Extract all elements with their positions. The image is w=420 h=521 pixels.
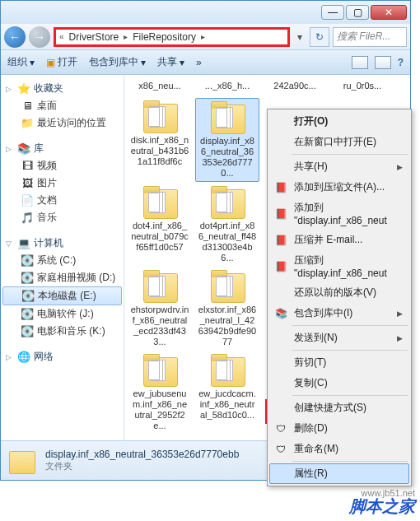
- recent-icon: 📁: [21, 117, 34, 130]
- menu-label: 创建快捷方式(S): [294, 401, 366, 415]
- context-menu-item[interactable]: 📕压缩到 "display.inf_x86_neut: [269, 250, 409, 282]
- folder-label: elxstor.inf_x86_neutral_l_4263942b9dfe90…: [198, 305, 257, 347]
- folder-icon: [7, 446, 37, 476]
- close-button[interactable]: ✕: [371, 5, 407, 20]
- menu-icon: 📕: [274, 181, 287, 194]
- submenu-arrow-icon: ▶: [397, 334, 403, 342]
- sidebar-item-drive-e[interactable]: 💽本地磁盘 (E:): [2, 286, 122, 305]
- preview-icon[interactable]: [375, 56, 391, 69]
- folder-icon: [206, 270, 249, 305]
- address-dropdown[interactable]: ▾: [293, 31, 306, 43]
- menu-label: 删除(D): [294, 421, 328, 435]
- context-menu-item[interactable]: 打开(O): [269, 111, 409, 132]
- folder-item[interactable]: disk.inf_x86_neutral_b431b61a11f8df6c: [128, 98, 192, 182]
- context-menu-item[interactable]: 发送到(N)▶: [269, 328, 409, 348]
- folder-item[interactable]: dot4prt.inf_x86_neutral_ff48d313003e4b6.…: [195, 184, 259, 266]
- document-icon: 📄: [21, 194, 34, 207]
- context-menu-item[interactable]: 创建快捷方式(S): [269, 398, 409, 418]
- folder-label: display.inf_x86_neutral_36353e26d7770...: [198, 136, 256, 179]
- folder-label: ehstorpwdrv.inf_x86_neutral_ecd233df433.…: [130, 305, 189, 347]
- search-input[interactable]: 搜索 FileR...: [333, 27, 407, 47]
- folder-item[interactable]: display.inf_x86_neutral_36353e26d7770...: [195, 98, 259, 182]
- context-menu-item[interactable]: 📕压缩并 E-mail...: [269, 230, 409, 250]
- drive-icon: 💽: [21, 308, 34, 321]
- context-menu-item[interactable]: 🛡重命名(M): [269, 439, 409, 459]
- include-menu[interactable]: 包含到库中 ▾: [89, 55, 146, 69]
- context-menu-item[interactable]: 复制(C): [269, 373, 409, 393]
- menu-label: 压缩并 E-mail...: [294, 233, 362, 247]
- sidebar-item-documents[interactable]: 📄文档: [2, 192, 122, 209]
- menu-label: 添加到 "display.inf_x86_neut: [294, 201, 403, 226]
- sidebar-item-drive-k[interactable]: 💽电影和音乐 (K:): [2, 323, 122, 340]
- folder-item[interactable]: x86_neu...: [128, 78, 192, 95]
- menu-icon: 🛡: [274, 422, 287, 435]
- context-menu-item[interactable]: 共享(H)▶: [269, 156, 409, 177]
- sidebar-item-drive-d[interactable]: 💽家庭相册视频 (D:): [2, 269, 122, 286]
- context-menu-item[interactable]: 还原以前的版本(V): [269, 282, 409, 303]
- menu-label: 复制(C): [294, 376, 328, 390]
- context-menu-item[interactable]: 属性(R): [269, 463, 409, 484]
- sidebar-item-pictures[interactable]: 🖼图片: [2, 174, 122, 192]
- sidebar-item-desktop[interactable]: 🖥桌面: [2, 97, 122, 114]
- menu-label: 压缩到 "display.inf_x86_neut: [294, 254, 403, 279]
- context-menu-item[interactable]: 📕添加到 "display.inf_x86_neut: [269, 198, 409, 230]
- sidebar-item-music[interactable]: 🎵音乐: [2, 209, 122, 226]
- context-menu-item[interactable]: 在新窗口中打开(E): [269, 132, 409, 152]
- refresh-button[interactable]: ↻: [310, 27, 329, 47]
- computer-icon: 💻: [17, 237, 30, 250]
- sidebar-libraries[interactable]: ▷📚库: [2, 140, 122, 157]
- folder-item[interactable]: ru_0r0s...: [330, 78, 394, 95]
- context-menu-item[interactable]: 📕添加到压缩文件(A)...: [269, 177, 409, 198]
- drive-icon: 💽: [21, 272, 34, 285]
- help-icon[interactable]: ?: [398, 57, 404, 68]
- sidebar-network[interactable]: ▷🌐网络: [2, 348, 122, 365]
- menu-label: 属性(R): [294, 467, 328, 481]
- picture-icon: 🖼: [21, 177, 34, 190]
- breadcrumb[interactable]: FileRepository: [131, 31, 198, 43]
- breadcrumb-box[interactable]: « DriverStore ▸ FileRepository ▸: [54, 27, 290, 47]
- context-menu: 打开(O)在新窗口中打开(E)共享(H)▶📕添加到压缩文件(A)...📕添加到 …: [267, 109, 412, 486]
- more-toolbar[interactable]: »: [196, 57, 202, 68]
- menu-icon: 📕: [274, 260, 287, 273]
- folder-icon: [138, 100, 181, 135]
- sidebar-computer[interactable]: ▽💻计算机: [2, 235, 122, 252]
- view-icon[interactable]: [352, 56, 368, 69]
- menu-label: 发送到(N): [294, 331, 338, 345]
- folder-label: ew_jubusenum.inf_x86_neutral_2952f2e...: [130, 388, 189, 431]
- menu-label: 剪切(T): [294, 356, 326, 370]
- folder-item[interactable]: ew_jucdcacm.inf_x86_neutral_58d10c0...: [195, 351, 259, 434]
- sidebar-item-drive-c[interactable]: 💽系统 (C:): [2, 252, 122, 269]
- sidebar-item-recent[interactable]: 📁最近访问的位置: [2, 114, 122, 132]
- share-menu[interactable]: 共享 ▾: [157, 55, 184, 69]
- sidebar-item-videos[interactable]: 🎞视频: [2, 157, 122, 174]
- desktop-icon: 🖥: [21, 100, 34, 113]
- context-menu-item[interactable]: 剪切(T): [269, 352, 409, 373]
- titlebar: — ▢ ✕: [1, 1, 410, 24]
- folder-item[interactable]: ehstorpwdrv.inf_x86_neutral_ecd233df433.…: [128, 267, 192, 350]
- video-icon: 🎞: [21, 160, 34, 173]
- folder-item[interactable]: ew_jubusenum.inf_x86_neutral_2952f2e...: [128, 351, 192, 434]
- menu-label: 在新窗口中打开(E): [294, 135, 376, 149]
- context-menu-item[interactable]: 🛡删除(D): [269, 418, 409, 439]
- organize-menu[interactable]: 组织 ▾: [7, 55, 35, 69]
- back-button[interactable]: ←: [4, 26, 26, 48]
- breadcrumb[interactable]: DriverStore: [68, 31, 121, 43]
- chevron-left-icon: «: [59, 32, 64, 41]
- folder-item[interactable]: ..._x86_h...: [195, 78, 259, 95]
- menu-icon: 📚: [274, 307, 287, 320]
- sidebar-favorites[interactable]: ▷⭐收藏夹: [2, 80, 122, 97]
- context-menu-item[interactable]: 📚包含到库中(I)▶: [269, 303, 409, 323]
- forward-button[interactable]: →: [29, 26, 50, 48]
- minimize-button[interactable]: —: [321, 5, 344, 20]
- folder-item[interactable]: dot4.inf_x86_neutral_b079cf65ff1d0c57: [128, 184, 192, 266]
- menu-label: 重命名(M): [294, 442, 338, 456]
- maximize-button[interactable]: ▢: [346, 5, 369, 20]
- sidebar-item-drive-j[interactable]: 💽电脑软件 (J:): [2, 305, 122, 323]
- status-type: 文件夹: [45, 460, 239, 472]
- folder-item[interactable]: elxstor.inf_x86_neutral_l_4263942b9dfe90…: [195, 267, 259, 350]
- address-bar: ← → « DriverStore ▸ FileRepository ▸ ▾ ↻…: [1, 24, 410, 50]
- folder-label: dot4.inf_x86_neutral_b079cf65ff1d0c57: [130, 221, 189, 253]
- open-button[interactable]: ▣ 打开: [46, 55, 77, 69]
- menu-label: 包含到库中(I): [294, 306, 352, 320]
- folder-item[interactable]: 242a90c...: [263, 78, 327, 95]
